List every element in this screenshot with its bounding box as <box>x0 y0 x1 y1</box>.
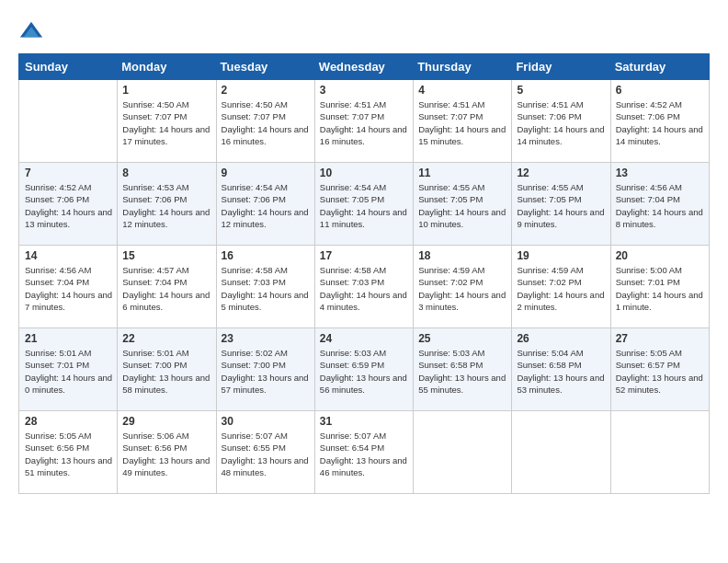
calendar-week-row: 28Sunrise: 5:05 AM Sunset: 6:56 PM Dayli… <box>19 411 710 494</box>
calendar-cell: 8Sunrise: 4:53 AM Sunset: 7:06 PM Daylig… <box>118 163 216 246</box>
calendar-cell <box>414 411 512 494</box>
day-number: 1 <box>122 84 210 97</box>
day-number: 16 <box>222 249 310 262</box>
day-number: 12 <box>517 167 605 179</box>
cell-info: Sunrise: 5:01 AM Sunset: 7:00 PM Dayligh… <box>122 347 210 396</box>
calendar-cell: 15Sunrise: 4:57 AM Sunset: 7:04 PM Dayli… <box>118 246 216 328</box>
cell-info: Sunrise: 5:03 AM Sunset: 6:58 PM Dayligh… <box>418 347 506 396</box>
day-number: 21 <box>25 332 112 345</box>
day-number: 3 <box>320 84 408 97</box>
day-number: 23 <box>222 332 310 345</box>
cell-info: Sunrise: 4:54 AM Sunset: 7:05 PM Dayligh… <box>320 181 408 230</box>
day-number: 18 <box>418 249 506 262</box>
calendar-cell: 4Sunrise: 4:51 AM Sunset: 7:07 PM Daylig… <box>414 80 512 163</box>
calendar-cell <box>610 411 709 494</box>
cell-info: Sunrise: 4:59 AM Sunset: 7:02 PM Dayligh… <box>517 264 605 313</box>
cell-info: Sunrise: 4:52 AM Sunset: 7:06 PM Dayligh… <box>616 98 704 147</box>
cell-info: Sunrise: 5:00 AM Sunset: 7:01 PM Dayligh… <box>616 264 704 313</box>
cell-info: Sunrise: 5:04 AM Sunset: 6:58 PM Dayligh… <box>517 347 605 396</box>
day-number: 26 <box>517 332 605 345</box>
cell-info: Sunrise: 4:57 AM Sunset: 7:04 PM Dayligh… <box>122 264 210 313</box>
cell-info: Sunrise: 4:58 AM Sunset: 7:03 PM Dayligh… <box>320 264 408 313</box>
cell-info: Sunrise: 5:01 AM Sunset: 7:01 PM Dayligh… <box>25 347 112 396</box>
day-number: 7 <box>25 167 112 179</box>
day-header-wednesday: Wednesday <box>314 54 413 80</box>
day-number: 14 <box>25 249 112 262</box>
day-number: 6 <box>616 84 704 97</box>
calendar-cell: 28Sunrise: 5:05 AM Sunset: 6:56 PM Dayli… <box>19 411 118 494</box>
cell-info: Sunrise: 4:58 AM Sunset: 7:03 PM Dayligh… <box>222 264 310 313</box>
day-header-sunday: Sunday <box>19 54 118 80</box>
day-header-saturday: Saturday <box>610 54 709 80</box>
day-number: 15 <box>122 249 210 262</box>
calendar-cell: 14Sunrise: 4:56 AM Sunset: 7:04 PM Dayli… <box>19 246 118 328</box>
calendar-cell: 30Sunrise: 5:07 AM Sunset: 6:55 PM Dayli… <box>216 411 314 494</box>
cell-info: Sunrise: 4:53 AM Sunset: 7:06 PM Dayligh… <box>122 181 210 230</box>
day-number: 29 <box>122 415 210 428</box>
calendar-cell: 25Sunrise: 5:03 AM Sunset: 6:58 PM Dayli… <box>414 328 512 411</box>
day-number: 4 <box>418 84 506 97</box>
cell-info: Sunrise: 4:51 AM Sunset: 7:06 PM Dayligh… <box>517 98 605 147</box>
calendar-cell: 17Sunrise: 4:58 AM Sunset: 7:03 PM Dayli… <box>314 246 413 328</box>
calendar-cell: 18Sunrise: 4:59 AM Sunset: 7:02 PM Dayli… <box>414 246 512 328</box>
calendar-cell: 26Sunrise: 5:04 AM Sunset: 6:58 PM Dayli… <box>512 328 610 411</box>
day-number: 2 <box>222 84 310 97</box>
day-number: 5 <box>517 84 605 97</box>
cell-info: Sunrise: 5:07 AM Sunset: 6:54 PM Dayligh… <box>320 430 408 478</box>
calendar-cell: 7Sunrise: 4:52 AM Sunset: 7:06 PM Daylig… <box>19 163 118 246</box>
cell-info: Sunrise: 4:55 AM Sunset: 7:05 PM Dayligh… <box>418 181 506 230</box>
calendar-cell: 23Sunrise: 5:02 AM Sunset: 7:00 PM Dayli… <box>216 328 314 411</box>
cell-info: Sunrise: 5:03 AM Sunset: 6:59 PM Dayligh… <box>320 347 408 396</box>
day-number: 10 <box>320 167 408 179</box>
cell-info: Sunrise: 4:59 AM Sunset: 7:02 PM Dayligh… <box>418 264 506 313</box>
day-number: 9 <box>222 167 310 179</box>
calendar-cell: 21Sunrise: 5:01 AM Sunset: 7:01 PM Dayli… <box>19 328 118 411</box>
calendar-cell: 10Sunrise: 4:54 AM Sunset: 7:05 PM Dayli… <box>314 163 413 246</box>
cell-info: Sunrise: 4:56 AM Sunset: 7:04 PM Dayligh… <box>25 264 112 313</box>
cell-info: Sunrise: 5:05 AM Sunset: 6:56 PM Dayligh… <box>25 430 112 478</box>
day-header-thursday: Thursday <box>414 54 512 80</box>
day-number: 8 <box>122 167 210 179</box>
day-number: 25 <box>418 332 506 345</box>
calendar-table: SundayMondayTuesdayWednesdayThursdayFrid… <box>18 53 710 494</box>
calendar-cell: 2Sunrise: 4:50 AM Sunset: 7:07 PM Daylig… <box>216 80 314 163</box>
calendar-cell: 27Sunrise: 5:05 AM Sunset: 6:57 PM Dayli… <box>610 328 709 411</box>
day-number: 17 <box>320 249 408 262</box>
day-number: 20 <box>616 249 704 262</box>
day-header-monday: Monday <box>118 54 216 80</box>
cell-info: Sunrise: 4:51 AM Sunset: 7:07 PM Dayligh… <box>320 98 408 147</box>
calendar-cell: 9Sunrise: 4:54 AM Sunset: 7:06 PM Daylig… <box>216 163 314 246</box>
day-number: 27 <box>616 332 704 345</box>
day-header-friday: Friday <box>512 54 610 80</box>
calendar-cell: 24Sunrise: 5:03 AM Sunset: 6:59 PM Dayli… <box>314 328 413 411</box>
calendar-cell: 11Sunrise: 4:55 AM Sunset: 7:05 PM Dayli… <box>414 163 512 246</box>
calendar-cell: 6Sunrise: 4:52 AM Sunset: 7:06 PM Daylig… <box>610 80 709 163</box>
day-header-tuesday: Tuesday <box>216 54 314 80</box>
cell-info: Sunrise: 5:02 AM Sunset: 7:00 PM Dayligh… <box>222 347 310 396</box>
day-number: 30 <box>222 415 310 428</box>
calendar-cell: 22Sunrise: 5:01 AM Sunset: 7:00 PM Dayli… <box>118 328 216 411</box>
calendar-week-row: 7Sunrise: 4:52 AM Sunset: 7:06 PM Daylig… <box>19 163 710 246</box>
day-number: 31 <box>320 415 408 428</box>
day-number: 13 <box>616 167 704 179</box>
calendar-cell: 16Sunrise: 4:58 AM Sunset: 7:03 PM Dayli… <box>216 246 314 328</box>
cell-info: Sunrise: 5:06 AM Sunset: 6:56 PM Dayligh… <box>122 430 210 478</box>
calendar-cell <box>512 411 610 494</box>
cell-info: Sunrise: 4:56 AM Sunset: 7:04 PM Dayligh… <box>616 181 704 230</box>
cell-info: Sunrise: 4:52 AM Sunset: 7:06 PM Dayligh… <box>25 181 112 230</box>
page-header <box>18 18 710 44</box>
calendar-cell: 3Sunrise: 4:51 AM Sunset: 7:07 PM Daylig… <box>314 80 413 163</box>
day-number: 11 <box>418 167 506 179</box>
calendar-cell: 13Sunrise: 4:56 AM Sunset: 7:04 PM Dayli… <box>610 163 709 246</box>
calendar-week-row: 14Sunrise: 4:56 AM Sunset: 7:04 PM Dayli… <box>19 246 710 328</box>
cell-info: Sunrise: 4:50 AM Sunset: 7:07 PM Dayligh… <box>222 98 310 147</box>
logo-icon <box>18 18 44 44</box>
cell-info: Sunrise: 5:05 AM Sunset: 6:57 PM Dayligh… <box>616 347 704 396</box>
calendar-week-row: 21Sunrise: 5:01 AM Sunset: 7:01 PM Dayli… <box>19 328 710 411</box>
day-number: 24 <box>320 332 408 345</box>
day-number: 19 <box>517 249 605 262</box>
cell-info: Sunrise: 5:07 AM Sunset: 6:55 PM Dayligh… <box>222 430 310 478</box>
calendar-cell: 19Sunrise: 4:59 AM Sunset: 7:02 PM Dayli… <box>512 246 610 328</box>
calendar-cell: 20Sunrise: 5:00 AM Sunset: 7:01 PM Dayli… <box>610 246 709 328</box>
calendar-cell: 12Sunrise: 4:55 AM Sunset: 7:05 PM Dayli… <box>512 163 610 246</box>
